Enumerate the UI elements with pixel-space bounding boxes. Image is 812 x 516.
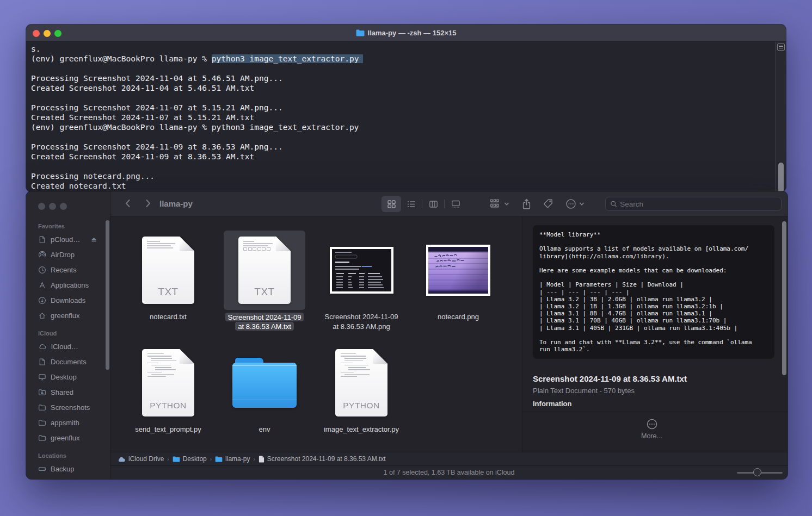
document-icon [38,358,46,366]
terminal-scrollbar-thumb[interactable] [778,163,784,192]
file-notecard-txt[interactable]: TXT notecard.txt [120,231,216,322]
status-text: 1 of 7 selected, 1.63 TB available on iC… [110,469,788,476]
terminal-window: llama-py — -zsh — 152×15 s. (env) greenf… [26,24,786,192]
zoom-button[interactable] [60,203,67,210]
breadcrumb-desktop[interactable]: Desktop [173,455,207,463]
group-by-button[interactable] [490,198,501,209]
sidebar-item-backup[interactable]: Backup [26,461,110,476]
view-grid-button[interactable] [382,196,401,212]
txt-file-icon: TXT [142,237,194,304]
selected-command: python3 image_text_extractor.py [212,54,359,63]
document-icon [38,235,46,244]
airdrop-icon [38,251,46,259]
sidebar-item-appsmith[interactable]: appsmith [26,415,110,430]
eject-icon[interactable] [90,236,97,243]
preview-information-label: Information [533,400,572,408]
preview-scrollbar[interactable] [782,221,786,375]
view-columns-button[interactable] [423,196,443,212]
breadcrumb-llama-py[interactable]: llama-py [215,455,250,463]
sidebar-item-applications[interactable]: Applications [26,277,110,293]
python-file-icon: PYTHON [335,349,387,416]
more-actions-button[interactable] [565,198,576,209]
preview-pane: **Model library** Ollama supports a list… [522,216,788,452]
chevron-down-icon [579,201,585,207]
file-screenshot-txt[interactable]: TXT Screenshot 2024-11-09 at 8.36.53 AM.… [217,231,312,331]
file-notecard-png[interactable]: notecard.png [410,231,506,322]
desktop-icon [38,373,46,381]
terminal-title: llama-py — -zsh — 152×15 [368,29,457,37]
sidebar-scrollbar[interactable] [106,220,109,370]
terminal-titlebar: llama-py — -zsh — 152×15 [26,24,786,42]
downloads-icon [38,296,46,304]
folder-icon [232,358,297,408]
slider-knob[interactable] [753,468,761,476]
sidebar-item-recents[interactable]: Recents [26,262,110,277]
view-switcher [382,196,465,212]
split-pane-button[interactable] [777,43,785,51]
finder-sidebar: Favorites pCloud… AirDrop Recents Applic… [26,191,110,479]
more-button[interactable]: More... [522,418,781,440]
file-env-folder[interactable]: env [217,343,312,434]
icon-size-slider[interactable] [737,472,783,474]
folder-icon [173,456,180,462]
sidebar-item-icloud[interactable]: iCloud… [26,339,110,354]
sidebar-section-favorites: Favorites [26,223,110,232]
minimize-button[interactable] [49,203,56,210]
file-content-preview: **Model library** Ollama supports a list… [533,225,774,359]
breadcrumb-icloud-drive[interactable]: iCloud Drive [118,455,164,463]
sidebar-item-shared[interactable]: Shared [26,384,110,400]
path-bar: iCloud Drive › Desktop › llama-py › Scre… [110,452,788,465]
search-input[interactable] [620,200,777,208]
view-list-button[interactable] [401,196,421,212]
close-button[interactable] [33,30,40,37]
back-button[interactable] [123,198,133,209]
file-grid: TXT notecard.txt TXT [110,216,522,452]
sidebar-item-airdrop[interactable]: AirDrop [26,247,110,262]
drive-icon [38,465,46,473]
terminal-scrollbar-track[interactable] [776,42,786,192]
sidebar-item-pcloud[interactable]: pCloud… [26,232,110,247]
sidebar-item-greenflux-home[interactable]: greenflux [26,308,110,323]
terminal-output: s. (env) greenflux@MacBookPro llama-py %… [26,42,786,191]
icloud-icon [118,456,126,462]
finder-toolbar: llama-py [110,191,788,216]
forward-button[interactable] [143,198,153,209]
minimize-button[interactable] [44,30,51,37]
sidebar-item-desktop[interactable]: Desktop [26,369,110,384]
txt-file-icon: TXT [238,237,291,304]
status-bar: 1 of 7 selected, 1.63 TB available on iC… [110,465,788,479]
sidebar-item-downloads[interactable]: Downloads [26,293,110,308]
sidebar-section-icloud: iCloud [26,330,110,339]
sidebar-item-greenflux-folder[interactable]: greenflux [26,430,110,445]
zoom-button[interactable] [54,30,61,37]
search-field[interactable] [605,197,782,211]
sidebar-item-screenshots[interactable]: Screenshots [26,400,110,415]
shared-folder-icon [38,388,46,396]
breadcrumb-file[interactable]: Screenshot 2024-11-09 at 8.36.53 AM.txt [259,455,386,463]
close-button[interactable] [38,203,45,210]
cloud-icon [38,343,47,351]
file-send-text-prompt[interactable]: PYTHON send_text_prompt.py [120,343,216,434]
notecard-image-thumbnail [426,245,490,296]
home-icon [38,312,46,320]
chevron-down-icon [504,201,509,207]
sidebar-item-documents[interactable]: Documents [26,354,110,369]
file-image-text-extractor[interactable]: PYTHON image_text_extractor.py [313,343,409,434]
finder-window: Favorites pCloud… AirDrop Recents Applic… [26,191,788,479]
preview-file-meta: Plain Text Document - 570 bytes [533,387,635,395]
applications-icon [38,281,46,289]
clock-icon [38,266,46,274]
sidebar-section-locations: Locations [26,452,110,461]
folder-icon [38,419,46,427]
view-gallery-button[interactable] [446,196,465,212]
folder-icon [215,456,223,462]
file-screenshot-png[interactable]: Screenshot 2024-11-09 at 8.36.53 AM.png [313,231,409,331]
python-file-icon: PYTHON [142,349,194,416]
terminal-output-area[interactable]: s. (env) greenflux@MacBookPro llama-py %… [26,42,786,192]
tag-button[interactable] [543,198,553,209]
document-icon [259,456,264,463]
folder-icon [38,434,46,442]
folder-icon [38,403,46,412]
share-button[interactable] [521,198,532,210]
folder-icon [356,29,365,36]
